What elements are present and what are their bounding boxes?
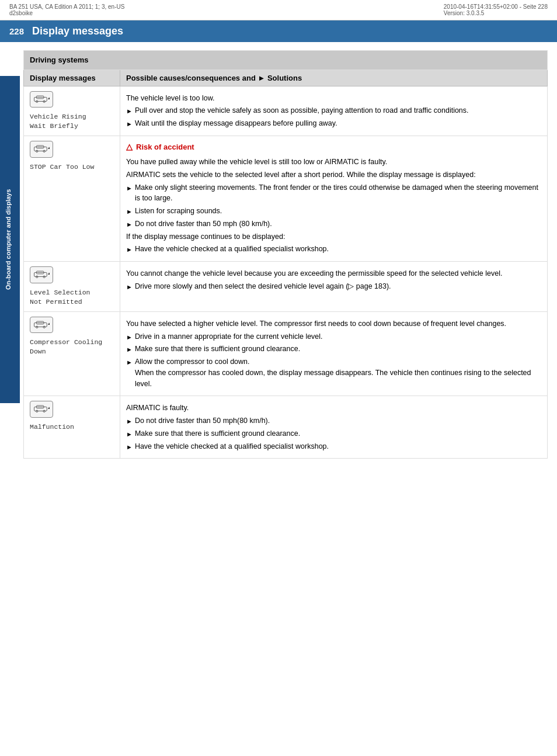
display-icon-1: ▲ [30, 91, 53, 108]
page-number: 228 [9, 26, 24, 36]
section-header-row: Driving systems [24, 51, 548, 70]
col-header-display: Display messages [24, 70, 120, 86]
table-row: ▲ Compressor CoolingDown You have select… [24, 311, 548, 396]
display-code-2: STOP Car Too Low [30, 162, 114, 172]
display-icon-5: ▲ [30, 401, 53, 418]
table-row: ▲ Vehicle RisingWait Briefly The vehicle… [24, 86, 548, 136]
page-title: Display messages [32, 25, 123, 37]
doc-header: BA 251 USA, CA Edition A 2011; 1; 3, en-… [0, 0, 557, 20]
display-cell-3: ▲ Level SelectionNot Permitted [24, 262, 120, 312]
bullet-text: Pull over and stop the vehicle safely as… [135, 105, 469, 116]
display-code-5: Malfunction [30, 422, 114, 432]
bullet-5-3: ► Have the vehicle checked at a qualifie… [126, 441, 541, 452]
col-header-causes: Possible causes/consequences and ► Solut… [120, 70, 548, 86]
bullet-arrow: ► [126, 220, 133, 230]
table-row: ▲ STOP Car Too Low △ Risk of accident Yo… [24, 136, 548, 262]
table-row: ▲ Malfunction AIRMATIC is faulty. ► Do n… [24, 396, 548, 459]
svg-text:▲: ▲ [47, 95, 50, 99]
display-cell-4: ▲ Compressor CoolingDown [24, 311, 120, 396]
bullet-text: Listen for scraping sounds. [135, 206, 222, 217]
bullet-arrow: ► [126, 442, 133, 452]
para-5-1: AIRMATIC is faulty. [126, 403, 541, 414]
column-header-row: Display messages Possible causes/consequ… [24, 70, 548, 86]
section-header-cell: Driving systems [24, 51, 548, 70]
bullet-arrow: ► [126, 332, 133, 342]
display-cell-2: ▲ STOP Car Too Low [24, 136, 120, 262]
bullet-arrow: ► [126, 345, 133, 355]
para-2-1: You have pulled away while the vehicle l… [126, 157, 541, 168]
bullet-1-1: ► Pull over and stop the vehicle safely … [126, 105, 541, 116]
display-code-4: Compressor CoolingDown [30, 338, 114, 356]
risk-label: Risk of accident [136, 141, 194, 153]
para-3-1: You cannot change the vehicle level beca… [126, 268, 541, 279]
car-icon-5: ▲ [33, 403, 50, 413]
para-4-1: You have selected a higher vehicle level… [126, 318, 541, 330]
bullet-4-3: ► Allow the compressor to cool down. Whe… [126, 356, 541, 389]
bullet-2-1: ► Make only slight steering movements. T… [126, 182, 541, 204]
causes-cell-1: The vehicle level is too low. ► Pull ove… [120, 86, 548, 136]
risk-header: △ Risk of accident [126, 141, 541, 153]
warning-triangle-icon: △ [126, 141, 133, 153]
svg-text:▲: ▲ [47, 271, 50, 275]
bullet-3-1: ► Drive more slowly and then select the … [126, 281, 541, 292]
causes-cell-3: You cannot change the vehicle level beca… [120, 262, 548, 312]
para-2-3: If the display message continues to be d… [126, 231, 541, 242]
bullet-text: Make sure that there is sufficient groun… [135, 428, 300, 439]
bullet-arrow: ► [126, 417, 133, 426]
bullet-arrow: ► [126, 282, 133, 292]
causes-cell-4: You have selected a higher vehicle level… [120, 311, 548, 396]
car-icon-3: ▲ [33, 268, 50, 279]
car-icon-4: ▲ [33, 318, 50, 329]
bullet-arrow: ► [126, 358, 133, 367]
causes-cell-2: △ Risk of accident You have pulled away … [120, 136, 548, 262]
bullet-text: Make only slight steering movements. The… [135, 182, 541, 204]
bullet-5-2: ► Make sure that there is sufficient gro… [126, 428, 541, 439]
bullet-text: Drive in a manner appropriate for the cu… [135, 331, 323, 342]
bullet-4-2: ► Make sure that there is sufficient gro… [126, 344, 541, 355]
bullet-arrow: ► [126, 245, 133, 255]
col2-text: Possible causes/consequences and ► Solut… [126, 74, 302, 82]
display-cell-5: ▲ Malfunction [24, 396, 120, 459]
car-icon-1: ▲ [33, 93, 50, 103]
bullet-arrow: ► [126, 183, 133, 193]
page-wrapper: BA 251 USA, CA Edition A 2011; 1; 3, en-… [0, 0, 557, 468]
svg-text:▲: ▲ [47, 145, 50, 150]
header-left: BA 251 USA, CA Edition A 2011; 1; 3, en-… [9, 4, 124, 16]
bullet-text: Have the vehicle checked at a qualified … [135, 441, 329, 452]
bullet-text: Allow the compressor to cool down. When … [135, 356, 541, 389]
driving-table: Driving systems Display messages Possibl… [23, 50, 548, 459]
para-2-2: AIRMATIC sets the vehicle to the selecte… [126, 169, 541, 181]
bullet-1-2: ► Wait until the display message disappe… [126, 118, 541, 129]
bullet-arrow: ► [126, 106, 133, 116]
bullet-2-4: ► Have the vehicle checked at a qualifie… [126, 244, 541, 255]
bullet-text: Make sure that there is sufficient groun… [135, 344, 300, 355]
car-icon-2: ▲ [33, 143, 50, 153]
bullet-2-2: ► Listen for scraping sounds. [126, 206, 541, 217]
display-icon-4: ▲ [30, 317, 53, 334]
bullet-arrow: ► [126, 429, 133, 439]
svg-text:▲: ▲ [47, 405, 50, 410]
table-row: ▲ Level SelectionNot Permitted You canno… [24, 262, 548, 312]
bullet-2-3: ► Do not drive faster than 50 mph (80 km… [126, 219, 541, 230]
bullet-text: Do not drive faster than 50 mph (80 km/h… [135, 219, 272, 230]
display-code-1: Vehicle RisingWait Briefly [30, 112, 114, 131]
page-title-bar: 228 Display messages [0, 20, 557, 42]
bullet-4-1: ► Drive in a manner appropriate for the … [126, 331, 541, 342]
header-right: 2010-04-16T14:31:55+02:00 - Seite 228Ver… [444, 4, 548, 16]
bullet-text: Drive more slowly and then select the de… [135, 281, 391, 292]
main-content: Driving systems Display messages Possibl… [0, 50, 557, 468]
para-1-1: The vehicle level is too low. [126, 93, 541, 104]
svg-text:▲: ▲ [47, 321, 50, 325]
bullet-5-1: ► Do not drive faster than 50 mph(80 km/… [126, 415, 541, 426]
bullet-arrow: ► [126, 207, 133, 217]
bullet-text: Wait until the display message disappear… [135, 118, 337, 129]
bullet-text: Do not drive faster than 50 mph(80 km/h)… [135, 415, 270, 426]
display-code-3: Level SelectionNot Permitted [30, 288, 114, 307]
bullet-arrow: ► [126, 119, 133, 129]
display-icon-2: ▲ [30, 141, 53, 158]
display-icon-3: ▲ [30, 266, 53, 283]
bullet-text: Have the vehicle checked at a qualified … [135, 244, 329, 255]
display-cell-1: ▲ Vehicle RisingWait Briefly [24, 86, 120, 136]
causes-cell-5: AIRMATIC is faulty. ► Do not drive faste… [120, 396, 548, 459]
